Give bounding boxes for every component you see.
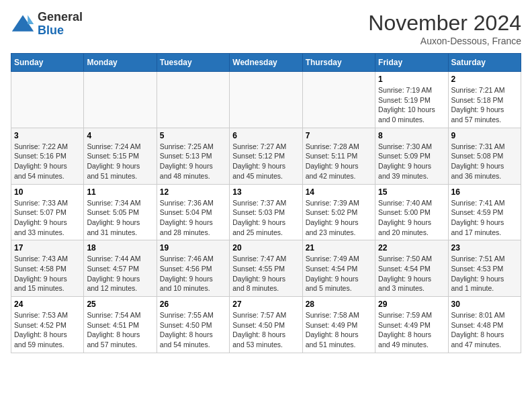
- logo-text: General Blue: [38, 11, 83, 38]
- day-info: Sunrise: 7:51 AMSunset: 4:53 PMDaylight:…: [451, 254, 518, 293]
- calendar-cell: 10Sunrise: 7:33 AMSunset: 5:07 PMDayligh…: [11, 184, 84, 240]
- calendar-cell: 1Sunrise: 7:19 AMSunset: 5:19 PMDaylight…: [375, 72, 448, 128]
- weekday-header-row: SundayMondayTuesdayWednesdayThursdayFrid…: [11, 54, 521, 72]
- calendar-cell: 8Sunrise: 7:30 AMSunset: 5:09 PMDaylight…: [375, 128, 448, 184]
- day-number: 17: [14, 243, 81, 253]
- day-info: Sunrise: 7:24 AMSunset: 5:15 PMDaylight:…: [87, 142, 153, 181]
- day-number: 3: [14, 131, 81, 140]
- day-info: Sunrise: 7:28 AMSunset: 5:11 PMDaylight:…: [306, 142, 372, 181]
- calendar-cell: 26Sunrise: 7:55 AMSunset: 4:50 PMDayligh…: [157, 297, 229, 353]
- day-info: Sunrise: 7:43 AMSunset: 4:58 PMDaylight:…: [14, 254, 81, 293]
- calendar-cell: 6Sunrise: 7:27 AMSunset: 5:12 PMDaylight…: [230, 128, 302, 184]
- calendar-cell: 29Sunrise: 7:59 AMSunset: 4:49 PMDayligh…: [375, 297, 448, 353]
- week-row-3: 10Sunrise: 7:33 AMSunset: 5:07 PMDayligh…: [11, 184, 521, 240]
- calendar-cell: 18Sunrise: 7:44 AMSunset: 4:57 PMDayligh…: [84, 240, 157, 297]
- calendar-cell: 27Sunrise: 7:57 AMSunset: 4:50 PMDayligh…: [230, 297, 302, 353]
- day-number: 1: [378, 75, 445, 84]
- day-info: Sunrise: 7:50 AMSunset: 4:54 PMDaylight:…: [378, 254, 445, 293]
- day-number: 28: [306, 300, 372, 309]
- day-number: 22: [378, 243, 445, 253]
- calendar-cell: 3Sunrise: 7:22 AMSunset: 5:16 PMDaylight…: [11, 128, 84, 184]
- calendar-cell: 15Sunrise: 7:40 AMSunset: 5:00 PMDayligh…: [375, 184, 448, 240]
- day-number: 19: [160, 243, 226, 253]
- day-info: Sunrise: 7:54 AMSunset: 4:51 PMDaylight:…: [87, 310, 153, 350]
- logo-icon: [11, 12, 35, 36]
- day-info: Sunrise: 7:22 AMSunset: 5:16 PMDaylight:…: [14, 142, 81, 181]
- calendar-cell: 12Sunrise: 7:36 AMSunset: 5:04 PMDayligh…: [157, 184, 229, 240]
- weekday-header-wednesday: Wednesday: [230, 54, 302, 72]
- calendar-cell: 19Sunrise: 7:46 AMSunset: 4:56 PMDayligh…: [157, 240, 229, 297]
- page-header: General Blue November 2024 Auxon-Dessous…: [11, 11, 521, 46]
- calendar-cell: 17Sunrise: 7:43 AMSunset: 4:58 PMDayligh…: [11, 240, 84, 297]
- calendar-cell: 21Sunrise: 7:49 AMSunset: 4:54 PMDayligh…: [302, 240, 375, 297]
- day-number: 5: [160, 131, 226, 140]
- weekday-header-saturday: Saturday: [448, 54, 521, 72]
- day-number: 27: [232, 300, 299, 309]
- day-number: 13: [232, 187, 299, 197]
- day-number: 7: [306, 131, 372, 140]
- calendar-cell: [230, 72, 302, 128]
- day-info: Sunrise: 7:55 AMSunset: 4:50 PMDaylight:…: [160, 310, 226, 350]
- day-number: 11: [87, 187, 153, 197]
- calendar-cell: 2Sunrise: 7:21 AMSunset: 5:18 PMDaylight…: [448, 72, 521, 128]
- day-info: Sunrise: 7:34 AMSunset: 5:05 PMDaylight:…: [87, 198, 153, 238]
- svg-marker-1: [28, 15, 34, 24]
- logo-general: General: [38, 10, 83, 24]
- day-info: Sunrise: 7:47 AMSunset: 4:55 PMDaylight:…: [232, 254, 299, 293]
- week-row-1: 1Sunrise: 7:19 AMSunset: 5:19 PMDaylight…: [11, 72, 521, 128]
- day-number: 12: [160, 187, 226, 197]
- calendar-cell: 24Sunrise: 7:53 AMSunset: 4:52 PMDayligh…: [11, 297, 84, 353]
- day-info: Sunrise: 8:01 AMSunset: 4:48 PMDaylight:…: [451, 310, 518, 350]
- day-number: 23: [451, 243, 518, 253]
- day-info: Sunrise: 7:53 AMSunset: 4:52 PMDaylight:…: [14, 310, 81, 350]
- day-number: 29: [378, 300, 445, 309]
- day-number: 24: [14, 300, 81, 309]
- day-info: Sunrise: 7:41 AMSunset: 4:59 PMDaylight:…: [451, 198, 518, 238]
- weekday-header-friday: Friday: [375, 54, 448, 72]
- calendar-cell: 11Sunrise: 7:34 AMSunset: 5:05 PMDayligh…: [84, 184, 157, 240]
- calendar-cell: 20Sunrise: 7:47 AMSunset: 4:55 PMDayligh…: [230, 240, 302, 297]
- calendar-cell: 23Sunrise: 7:51 AMSunset: 4:53 PMDayligh…: [448, 240, 521, 297]
- day-number: 14: [306, 187, 372, 197]
- logo: General Blue: [11, 11, 83, 38]
- calendar-cell: [84, 72, 157, 128]
- calendar-cell: 25Sunrise: 7:54 AMSunset: 4:51 PMDayligh…: [84, 297, 157, 353]
- calendar-cell: [11, 72, 84, 128]
- day-number: 26: [160, 300, 226, 309]
- calendar-cell: 4Sunrise: 7:24 AMSunset: 5:15 PMDaylight…: [84, 128, 157, 184]
- day-info: Sunrise: 7:39 AMSunset: 5:02 PMDaylight:…: [306, 198, 372, 238]
- day-number: 30: [451, 300, 518, 309]
- week-row-2: 3Sunrise: 7:22 AMSunset: 5:16 PMDaylight…: [11, 128, 521, 184]
- location: Auxon-Dessous, France: [368, 36, 521, 46]
- weekday-header-tuesday: Tuesday: [157, 54, 229, 72]
- day-number: 16: [451, 187, 518, 197]
- title-block: November 2024 Auxon-Dessous, France: [368, 11, 521, 46]
- calendar-cell: [302, 72, 375, 128]
- week-row-5: 24Sunrise: 7:53 AMSunset: 4:52 PMDayligh…: [11, 297, 521, 353]
- day-info: Sunrise: 7:33 AMSunset: 5:07 PMDaylight:…: [14, 198, 81, 238]
- calendar-cell: 14Sunrise: 7:39 AMSunset: 5:02 PMDayligh…: [302, 184, 375, 240]
- calendar-cell: 22Sunrise: 7:50 AMSunset: 4:54 PMDayligh…: [375, 240, 448, 297]
- day-info: Sunrise: 7:25 AMSunset: 5:13 PMDaylight:…: [160, 142, 226, 181]
- calendar-cell: 9Sunrise: 7:31 AMSunset: 5:08 PMDaylight…: [448, 128, 521, 184]
- logo-blue: Blue: [38, 24, 64, 37]
- day-number: 15: [378, 187, 445, 197]
- weekday-header-sunday: Sunday: [11, 54, 84, 72]
- day-number: 9: [451, 131, 518, 140]
- calendar-cell: [157, 72, 229, 128]
- day-info: Sunrise: 7:49 AMSunset: 4:54 PMDaylight:…: [306, 254, 372, 293]
- day-number: 21: [306, 243, 372, 253]
- day-info: Sunrise: 7:57 AMSunset: 4:50 PMDaylight:…: [232, 310, 299, 350]
- day-number: 6: [232, 131, 299, 140]
- day-info: Sunrise: 7:21 AMSunset: 5:18 PMDaylight:…: [451, 85, 518, 125]
- calendar-table: SundayMondayTuesdayWednesdayThursdayFrid…: [11, 53, 521, 353]
- day-info: Sunrise: 7:59 AMSunset: 4:49 PMDaylight:…: [378, 310, 445, 350]
- calendar-cell: 7Sunrise: 7:28 AMSunset: 5:11 PMDaylight…: [302, 128, 375, 184]
- day-number: 18: [87, 243, 153, 253]
- day-number: 4: [87, 131, 153, 140]
- calendar-cell: 28Sunrise: 7:58 AMSunset: 4:49 PMDayligh…: [302, 297, 375, 353]
- day-info: Sunrise: 7:44 AMSunset: 4:57 PMDaylight:…: [87, 254, 153, 293]
- day-info: Sunrise: 7:36 AMSunset: 5:04 PMDaylight:…: [160, 198, 226, 238]
- month-title: November 2024: [368, 11, 521, 36]
- weekday-header-thursday: Thursday: [302, 54, 375, 72]
